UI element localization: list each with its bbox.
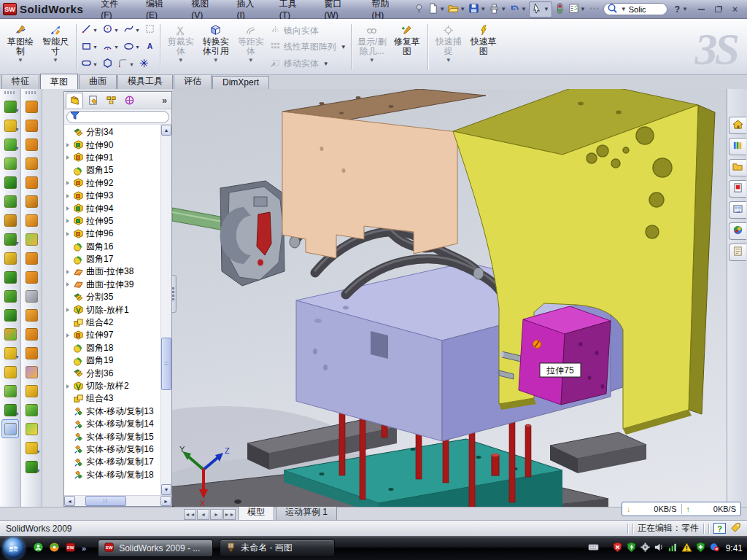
green-ball-button[interactable]	[23, 400, 40, 419]
spline-button[interactable]: ▼	[122, 23, 142, 37]
zoom-area-button[interactable]	[361, 89, 372, 90]
display-style-button[interactable]: ▼	[400, 89, 417, 90]
tree-item[interactable]: 切除-放样2	[66, 380, 160, 392]
signal-tray-icon[interactable]	[667, 542, 678, 555]
panel-splitter[interactable]	[172, 275, 177, 313]
menu-item-1[interactable]: 编辑(E)	[136, 0, 181, 20]
expand-arrow-icon[interactable]	[66, 308, 73, 312]
rebuild-light-button[interactable]	[554, 2, 566, 17]
tree-horizontal-scrollbar[interactable]: ◄ ►	[64, 495, 171, 506]
delete-body-button[interactable]	[23, 287, 40, 306]
chevron-down-icon[interactable]: ▼	[580, 6, 586, 12]
speaker-tray-icon[interactable]	[654, 542, 665, 555]
zoom-fit-button[interactable]	[348, 89, 359, 90]
chevron-down-icon[interactable]: ▼	[36, 449, 41, 454]
help-button[interactable]: ?	[670, 4, 681, 15]
chevron-down-icon[interactable]: ▼	[480, 6, 486, 12]
restore-button[interactable]	[712, 4, 724, 15]
hole-pattern-button[interactable]: ▼	[1, 230, 19, 249]
tree-item[interactable]: 拉伸91	[66, 152, 160, 164]
menu-item-5[interactable]: 窗口(W)	[314, 0, 361, 20]
chevron-down-icon[interactable]: ▼	[114, 28, 119, 33]
start-button[interactable]	[3, 537, 24, 559]
menu-item-6[interactable]: 帮助(H)	[362, 0, 408, 20]
sw-cube-quicklaunch-button[interactable]: SW	[65, 542, 76, 555]
text-button[interactable]: A	[143, 40, 157, 55]
tree-item[interactable]: 拉伸93	[66, 190, 160, 202]
wizard-button[interactable]	[1, 211, 19, 230]
swap-body-button[interactable]	[1, 324, 19, 343]
body-group-button[interactable]	[1, 306, 19, 324]
home-tab[interactable]	[729, 117, 746, 134]
toolbar-grip[interactable]	[4, 91, 16, 94]
menu-item-2[interactable]: 视图(V)	[181, 0, 226, 20]
flat-sheet-button[interactable]	[23, 211, 40, 230]
chevron-down-icon[interactable]: ▼	[15, 354, 20, 359]
tree-item[interactable]: 实体-移动/复制15	[66, 430, 160, 443]
scroll-up-button[interactable]: ▲	[161, 125, 171, 136]
expand-arrow-icon[interactable]	[66, 270, 73, 274]
tree-item[interactable]: 实体-移动/复制13	[66, 405, 160, 418]
tree-item[interactable]: 分割36	[66, 367, 160, 379]
chevron-down-icon[interactable]: ▼	[213, 57, 219, 63]
appearances-globe-tab[interactable]	[729, 222, 746, 240]
expand-arrow-icon[interactable]	[66, 181, 73, 185]
task-button-1[interactable]: 未命名 - 画图	[220, 540, 335, 557]
chevron-down-icon[interactable]: ▼	[135, 44, 140, 50]
tree-item[interactable]: 实体-移动/复制18	[66, 469, 160, 481]
star-burst-button[interactable]: ▼	[23, 438, 40, 457]
undo-button[interactable]: ▼	[508, 2, 527, 17]
tree-item[interactable]: 圆角16	[66, 241, 160, 253]
scroll-thumb[interactable]	[161, 338, 171, 390]
guide-rail-right[interactable]	[550, 432, 646, 473]
rapid-button[interactable]: 快速草图	[467, 21, 500, 73]
doc-tab-1[interactable]: 运动算例 1	[276, 505, 337, 520]
shield-green-tray-icon[interactable]	[626, 542, 637, 555]
expand-arrow-icon[interactable]	[66, 333, 73, 338]
status-help-icon[interactable]: ?	[713, 523, 726, 534]
copy-body-button[interactable]	[1, 287, 19, 306]
core-insert[interactable]	[172, 181, 285, 286]
slot-button[interactable]: ▼	[80, 57, 99, 71]
tree-item[interactable]: 实体-移动/复制14	[66, 418, 160, 430]
tree-item[interactable]: 曲面-拉伸39	[66, 279, 160, 291]
select-pointer-button[interactable]: ▼	[529, 1, 552, 18]
chevron-down-icon[interactable]: ▼	[18, 57, 23, 63]
tab-草图[interactable]: 草图	[40, 74, 78, 90]
tree-chevron[interactable]: »	[162, 96, 170, 106]
quick-launch-chevron[interactable]: »	[82, 544, 86, 553]
gold-wings-button[interactable]	[23, 381, 40, 400]
search-input[interactable]	[629, 5, 661, 14]
chevron-down-icon[interactable]: ▼	[15, 146, 20, 151]
tree-item[interactable]: 拉伸96	[66, 228, 160, 240]
save-button[interactable]: ▼	[468, 2, 487, 17]
new-doc-button[interactable]: ▼	[427, 2, 446, 17]
expand-arrow-icon[interactable]	[66, 194, 73, 198]
purple-diamond-button[interactable]	[23, 362, 40, 381]
chevron-down-icon[interactable]: ▼	[93, 44, 98, 50]
doc-tab-0[interactable]: 模型	[238, 505, 274, 520]
dimension-button[interactable]: 智能尺寸▼	[39, 21, 72, 73]
tree-item[interactable]: 拉伸97	[66, 329, 160, 341]
rect-button[interactable]: ▼	[80, 40, 99, 55]
help-chevron-icon[interactable]: ▼	[682, 6, 688, 12]
chevron-down-icon[interactable]: ▼	[93, 62, 98, 67]
toolbar-grip[interactable]	[26, 91, 37, 94]
snap-button[interactable]: 快速捕捉▼	[432, 21, 465, 73]
hide-show-button[interactable]: ▼	[438, 89, 455, 90]
expand-arrow-icon[interactable]	[66, 155, 73, 160]
view-palette-tab[interactable]	[729, 201, 746, 219]
design-library-tab[interactable]	[729, 138, 746, 155]
menu-item-0[interactable]: 文件(F)	[90, 0, 136, 20]
tab-scroll-left[interactable]: ◄	[197, 509, 209, 520]
y-split-button[interactable]	[23, 324, 40, 343]
swoosh-arrow-button[interactable]	[23, 97, 40, 116]
mirror-button[interactable]: 镜向实体	[270, 23, 347, 38]
tab-曲面[interactable]: 曲面	[79, 74, 117, 89]
move-button[interactable]: 移动实体▼	[270, 56, 347, 71]
menu-item-3[interactable]: 插入(I)	[226, 0, 268, 20]
minimize-button[interactable]	[695, 4, 708, 15]
chevron-down-icon[interactable]: ▼	[93, 28, 98, 33]
cross-wings-button[interactable]	[23, 173, 40, 192]
messenger-quicklaunch-button[interactable]	[33, 542, 44, 555]
